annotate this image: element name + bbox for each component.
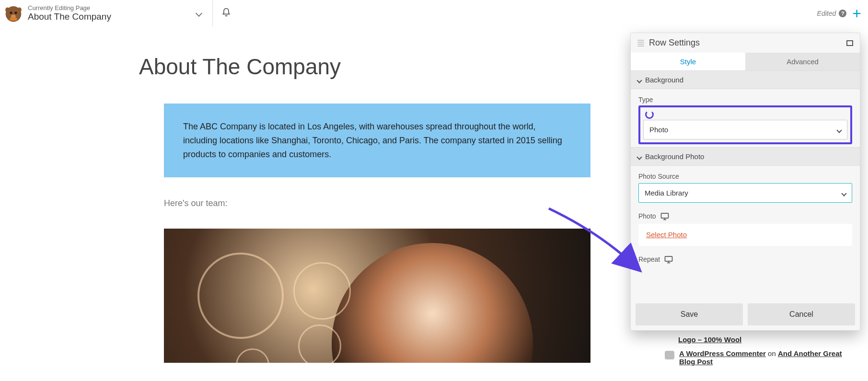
background-type-select[interactable]: Photo bbox=[643, 120, 847, 139]
tab-style[interactable]: Style bbox=[631, 53, 745, 70]
app-logo bbox=[4, 4, 23, 23]
type-label: Type bbox=[638, 96, 852, 104]
comment-author-link[interactable]: A WordPress Commenter bbox=[679, 349, 766, 358]
chevron-down-icon bbox=[637, 152, 641, 161]
panel-footer: Save Cancel bbox=[631, 299, 860, 330]
page-context: Currently Editing Page About The Company bbox=[28, 4, 111, 23]
topbar: Currently Editing Page About The Company… bbox=[0, 0, 868, 27]
comment-post-link[interactable]: Logo – 100% Wool bbox=[678, 335, 741, 344]
photo-label: Photo bbox=[638, 211, 852, 221]
drag-handle-icon[interactable] bbox=[637, 40, 644, 46]
responsive-icon[interactable] bbox=[660, 211, 670, 221]
responsive-icon[interactable] bbox=[664, 254, 673, 264]
svg-rect-7 bbox=[661, 213, 668, 218]
svg-point-1 bbox=[10, 12, 12, 14]
bell-icon bbox=[221, 8, 231, 19]
intro-row[interactable]: The ABC Company is located in Los Angele… bbox=[164, 104, 590, 177]
photo-picker: Select Photo bbox=[638, 224, 852, 246]
svg-rect-6 bbox=[10, 18, 17, 21]
intro-text: The ABC Company is located in Los Angele… bbox=[183, 122, 562, 159]
section-background-photo-header[interactable]: Background Photo bbox=[631, 147, 860, 166]
notifications-button[interactable] bbox=[213, 0, 240, 27]
editing-context-label: Currently Editing Page bbox=[28, 4, 111, 12]
chevron-down-icon bbox=[842, 189, 846, 197]
cancel-button[interactable]: Cancel bbox=[748, 303, 855, 325]
panel-header[interactable]: Row Settings bbox=[631, 33, 860, 53]
row-settings-panel: Row Settings Style Advanced Background T… bbox=[630, 33, 860, 331]
svg-point-4 bbox=[5, 8, 10, 12]
loading-spinner-icon bbox=[645, 110, 654, 119]
maximize-panel-button[interactable] bbox=[846, 40, 853, 46]
chevron-down-icon bbox=[637, 76, 641, 84]
save-button[interactable]: Save bbox=[636, 303, 743, 325]
select-photo-link[interactable]: Select Photo bbox=[646, 231, 687, 239]
photo-source-select[interactable]: Media Library bbox=[638, 183, 852, 203]
tab-advanced[interactable]: Advanced bbox=[745, 53, 860, 70]
page-title: About The Company bbox=[28, 12, 111, 23]
help-icon[interactable]: ? bbox=[839, 10, 846, 17]
section-background-header[interactable]: Background bbox=[631, 70, 860, 89]
highlight-annotation: Photo bbox=[638, 105, 852, 144]
panel-tabs: Style Advanced bbox=[631, 53, 860, 70]
repeat-label: Repeat bbox=[638, 254, 852, 264]
panel-title: Row Settings bbox=[649, 38, 700, 48]
chevron-down-icon bbox=[837, 126, 841, 134]
panel-body: Background Type Photo Background Photo P… bbox=[631, 70, 860, 299]
add-content-button[interactable]: + bbox=[852, 6, 861, 21]
svg-point-2 bbox=[15, 12, 17, 14]
team-image[interactable] bbox=[164, 229, 590, 363]
photo-source-label: Photo Source bbox=[638, 173, 852, 180]
edited-status: Edited ? bbox=[817, 10, 847, 17]
comment-icon bbox=[665, 351, 674, 359]
svg-point-5 bbox=[17, 8, 22, 12]
svg-rect-8 bbox=[665, 256, 672, 261]
chevron-down-icon bbox=[197, 9, 201, 18]
page-switcher-dropdown[interactable] bbox=[186, 0, 213, 27]
recent-comments-widget: Logo – 100% Wool A WordPress Commenter o… bbox=[665, 335, 847, 371]
